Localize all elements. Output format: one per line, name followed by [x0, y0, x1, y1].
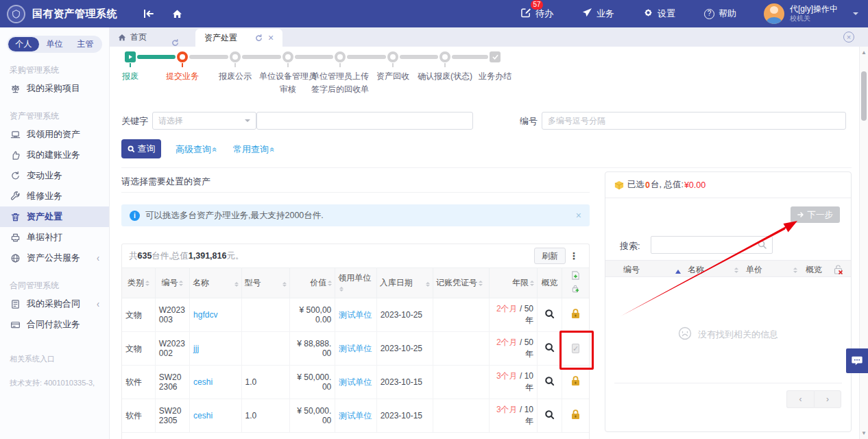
next-page-button[interactable]: › — [814, 390, 841, 408]
cell-code: W2023003 — [155, 298, 189, 332]
role-unit[interactable]: 单位 — [39, 37, 70, 51]
todo-nav-item[interactable]: 待办 57 — [521, 8, 553, 20]
sidebar-item-my-assets[interactable]: 我领用的资产 — [0, 124, 109, 145]
panel-search-input[interactable] — [651, 236, 773, 254]
asset-row[interactable]: 文物 W2023003 hgfdcv ¥ 500,000.00 测试单位 202… — [122, 298, 589, 332]
vertical-scrollbar[interactable]: ▲ ▼ — [859, 47, 868, 439]
settings-nav-item[interactable]: 设置 — [643, 8, 675, 20]
refresh-button[interactable]: 刷新 — [534, 248, 566, 264]
sidebar-item-my-accounting[interactable]: 我的建账业务 — [0, 145, 109, 165]
asset-name-link[interactable]: ceshi — [193, 411, 213, 420]
advanced-query-link[interactable]: 高级查询« — [176, 143, 217, 156]
stepper-stem — [339, 63, 341, 67]
col-model[interactable]: 型号 — [241, 268, 289, 298]
common-query-link[interactable]: 常用查询« — [233, 143, 275, 156]
col-date[interactable]: 入库日期 — [376, 268, 433, 298]
todo-icon — [521, 8, 531, 20]
asset-name-link[interactable]: ceshi — [193, 377, 213, 387]
sidebar-item-change-business[interactable]: 变动业务 — [0, 165, 109, 186]
unit-link[interactable]: 测试单位 — [339, 411, 372, 420]
sidebar-item-asset-disposal[interactable]: 资产处置 — [0, 206, 109, 227]
sidebar-item-my-procurement[interactable]: 我的采购项目 — [0, 78, 109, 99]
select-page-icon[interactable] — [571, 271, 580, 282]
collapse-sidebar-icon[interactable] — [143, 9, 154, 19]
refresh-home-tab-icon[interactable] — [171, 39, 179, 47]
more-options-icon[interactable]: ⋮ — [566, 250, 582, 261]
unit-link[interactable]: 测试单位 — [339, 377, 372, 387]
col-unit[interactable]: 领用单位 — [335, 268, 376, 298]
refresh-icon — [10, 170, 21, 181]
asset-row[interactable]: 软件 SW202305 ceshi 1.0 ¥ 50,000.00 测试单位 2… — [122, 399, 589, 433]
col-voucher[interactable]: 记账凭证号 — [433, 268, 489, 298]
sidebar-item-my-contracts[interactable]: 我的采购合同 ‹ — [0, 294, 109, 314]
preview-icon[interactable] — [544, 379, 555, 388]
role-personal[interactable]: 个人 — [8, 37, 39, 51]
unit-link[interactable]: 测试单位 — [339, 310, 372, 320]
sidebar-item-receipt-reprint[interactable]: 单据补打 — [0, 227, 109, 248]
col-age[interactable]: 年限 — [489, 268, 537, 298]
close-all-tabs-icon[interactable]: × — [843, 32, 854, 43]
asset-row[interactable]: 软件 SW202306 ceshi 1.0 ¥ 50,000.00 测试单位 2… — [122, 366, 589, 399]
tab-home[interactable]: 首页 — [110, 27, 152, 47]
scrollbar-thumb[interactable] — [861, 71, 867, 121]
asset-table: 类别 编号 名称 型号 价值 领用单位 入库日期 记账凭证号 年限 概览 — [122, 268, 589, 439]
preview-icon[interactable] — [544, 345, 555, 355]
sort-asc-icon[interactable] — [675, 267, 681, 274]
keyword-input[interactable] — [256, 112, 473, 130]
col-category[interactable]: 类别 — [122, 268, 155, 298]
selected-count: 0 — [645, 180, 650, 190]
chevron-left-icon: ‹ — [97, 252, 99, 264]
col-price[interactable]: 单价 — [746, 264, 762, 276]
home-icon[interactable] — [172, 9, 182, 19]
help-nav-item[interactable]: ? 帮助 — [704, 8, 736, 20]
asset-count: 635 — [138, 251, 152, 261]
sidebar-item-public-service[interactable]: 资产公共服务 ‹ — [0, 248, 109, 268]
divider — [121, 192, 590, 193]
col-code[interactable]: 编号 — [155, 268, 189, 298]
cell-age: 2个月 / 50年 — [489, 298, 537, 332]
asset-name-link[interactable]: hgfdcv — [193, 310, 217, 320]
select-checkbox[interactable]: ✓ — [572, 344, 579, 353]
chat-button[interactable] — [846, 348, 868, 373]
cell-value: ¥ 500,000.00 — [289, 298, 335, 332]
close-notice-icon[interactable]: × — [576, 210, 581, 221]
scroll-up-icon[interactable]: ▲ — [860, 49, 868, 56]
asset-section-title: 请选择需要处置的资产 — [121, 176, 210, 188]
globe-icon — [10, 252, 21, 263]
unit-link[interactable]: 测试单位 — [339, 344, 372, 353]
role-manager[interactable]: 主管 — [70, 37, 101, 51]
query-button[interactable]: 查询 — [121, 139, 161, 158]
settings-label: 设置 — [658, 8, 675, 20]
code-input[interactable] — [542, 112, 846, 130]
preview-icon[interactable] — [544, 412, 555, 422]
refresh-active-tab-icon[interactable] — [255, 34, 263, 42]
col-preview: 概览 — [806, 264, 822, 276]
stepper-connector — [400, 55, 438, 59]
col-value[interactable]: 价值 — [289, 268, 335, 298]
select-locked-icon[interactable] — [571, 284, 580, 295]
user-name: 代[gly]操作中 — [790, 4, 838, 14]
lock-icon[interactable] — [571, 311, 580, 321]
tab-asset-disposal[interactable]: 资产处置 × — [195, 29, 282, 47]
col-name[interactable]: 名称 — [688, 264, 704, 276]
business-nav-item[interactable]: 业务 — [582, 8, 614, 20]
notice-banner: i 可以挑选多台资产办理业务,最大支持2000台件. × — [121, 204, 590, 226]
asset-name-link[interactable]: jjj — [193, 344, 199, 353]
close-tab-icon[interactable]: × — [268, 32, 274, 43]
preview-icon[interactable] — [544, 311, 555, 321]
step-node — [387, 51, 398, 62]
user-menu[interactable]: 代[gly]操作中 校机关 — [764, 3, 858, 24]
asset-row[interactable]: 文物 W2023002 jjj ¥ 88,888.00 测试单位 2023-10… — [122, 332, 589, 366]
sidebar-item-contract-payment[interactable]: 合同付款业务 — [0, 314, 109, 335]
prev-page-button[interactable]: ‹ — [786, 390, 814, 408]
next-step-button[interactable]: 下一步 — [791, 206, 841, 223]
col-name[interactable]: 名称 — [190, 268, 241, 298]
lock-icon[interactable] — [571, 379, 580, 388]
keyword-type-select[interactable]: 请选择 — [152, 112, 256, 130]
stepper-connector — [347, 55, 386, 59]
col-code[interactable]: 编号 — [623, 264, 640, 276]
scroll-down-icon[interactable]: ▼ — [860, 430, 868, 436]
lock-icon[interactable] — [571, 412, 580, 422]
remove-locks-icon[interactable] — [834, 264, 843, 277]
sidebar-item-repair-business[interactable]: 维修业务 — [0, 186, 109, 206]
